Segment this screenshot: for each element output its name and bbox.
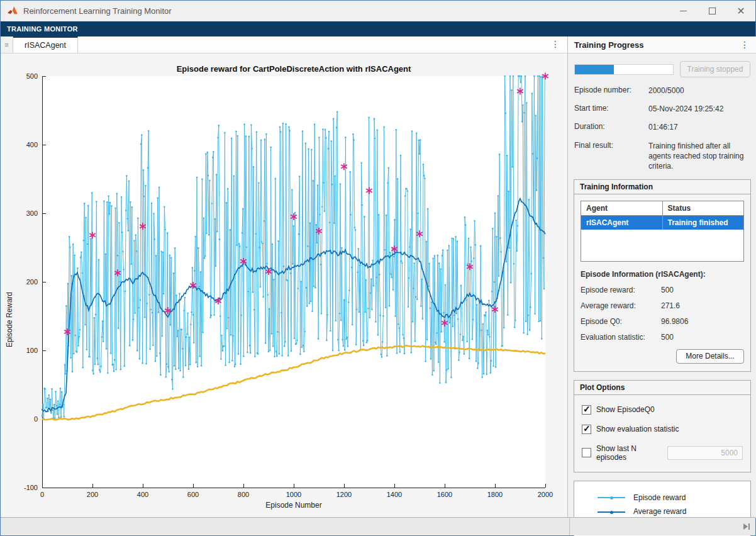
field-final-result: Final result: Training finished after al… xyxy=(574,141,750,172)
average-reward-swatch-icon xyxy=(597,511,626,513)
episode-reward-swatch-icon xyxy=(597,497,626,498)
app-window: Reinforcement Learning Training Monitor … xyxy=(0,0,756,536)
average-reward-row: Average reward: 271.6 xyxy=(581,301,744,310)
evaluation-statistic-row: Evaluation statistic: 500 xyxy=(581,333,744,342)
option-show-episodeq0[interactable]: Show EpisodeQ0 xyxy=(582,405,743,415)
svg-text:-100: -100 xyxy=(24,484,38,491)
status-bar xyxy=(1,517,755,535)
close-button[interactable]: ✕ xyxy=(726,1,755,21)
duration-value: 01:46:17 xyxy=(648,122,750,132)
progress-fill xyxy=(575,65,614,74)
episode-information-title: Episode Information (rISACAgent): xyxy=(581,270,744,279)
collapse-panel-icon[interactable] xyxy=(743,523,750,530)
episode-reward-value: 500 xyxy=(661,286,674,294)
training-progress-panel: Training stopped Episode number: 2000/50… xyxy=(567,53,756,518)
episode-reward-row: Episode reward: 500 xyxy=(581,286,744,294)
training-stopped-button: Training stopped xyxy=(680,61,750,77)
ribbon-tab-training-monitor[interactable]: TRAINING MONITOR xyxy=(7,25,78,33)
status-cell[interactable]: Training finished xyxy=(662,216,744,230)
field-start-time: Start time: 05-Nov-2024 19:25:42 xyxy=(574,104,750,114)
svg-text:300: 300 xyxy=(26,209,38,217)
drag-grip-icon[interactable]: ≡ xyxy=(1,36,13,53)
svg-text:800: 800 xyxy=(238,491,249,498)
svg-text:100: 100 xyxy=(26,347,38,354)
svg-text:200: 200 xyxy=(26,278,38,286)
training-progress-header: Training Progress ⋮ xyxy=(567,36,756,53)
table-row[interactable]: rISACAgent Training finished xyxy=(581,216,744,230)
svg-text:1200: 1200 xyxy=(336,491,352,498)
window-title: Reinforcement Learning Training Monitor xyxy=(23,6,172,16)
panel-title: Training Progress xyxy=(574,40,644,50)
show-episodeq0-checkbox[interactable] xyxy=(582,405,591,415)
average-reward-value: 271.6 xyxy=(661,301,680,310)
title-bar: Reinforcement Learning Training Monitor … xyxy=(1,1,755,21)
svg-text:400: 400 xyxy=(26,141,38,148)
episode-reward-chart[interactable]: Episode reward for CartPoleDiscreteActio… xyxy=(1,53,567,518)
field-episode-number: Episode number: 2000/5000 xyxy=(574,86,750,96)
episode-number-value: 2000/5000 xyxy=(648,86,750,96)
option-show-last-n-episodes[interactable]: Show last N episodes xyxy=(582,444,743,462)
svg-text:0: 0 xyxy=(40,491,44,498)
show-evaluation-statistic-checkbox[interactable] xyxy=(582,425,591,434)
svg-text:1000: 1000 xyxy=(286,491,301,498)
plot-options-section: Plot Options Show EpisodeQ0 Show evaluat… xyxy=(574,380,751,472)
column-agent[interactable]: Agent xyxy=(581,201,663,216)
svg-text:2000: 2000 xyxy=(538,491,553,498)
agent-cell[interactable]: rISACAgent xyxy=(581,216,663,230)
training-information-title: Training Information xyxy=(574,180,750,194)
legend-episode-reward: Episode reward xyxy=(578,493,747,503)
training-progress-bar xyxy=(574,64,674,75)
tab-strip: ≡ rISACAgent ⋮ xyxy=(1,36,567,53)
svg-text:Episode Number: Episode Number xyxy=(265,501,321,510)
panel-options-kebab-icon[interactable]: ⋮ xyxy=(740,40,749,49)
svg-text:1600: 1600 xyxy=(437,491,452,498)
svg-text:1800: 1800 xyxy=(487,491,503,498)
maximize-button[interactable] xyxy=(698,1,726,21)
svg-text:1400: 1400 xyxy=(387,491,402,498)
training-information-section: Training Information Agent Status rISACA… xyxy=(574,179,751,372)
episode-q0-value: 96.9806 xyxy=(661,317,688,326)
tab-risacagent[interactable]: rISACAgent xyxy=(13,36,78,53)
svg-text:0: 0 xyxy=(34,415,38,423)
minimize-button[interactable] xyxy=(669,1,698,21)
start-time-value: 05-Nov-2024 19:25:42 xyxy=(648,104,750,114)
tab-options-kebab-icon[interactable]: ⋮ xyxy=(551,40,560,48)
final-result-value: Training finished after all agents reach… xyxy=(648,141,750,172)
svg-text:Episode reward for CartPoleDis: Episode reward for CartPoleDiscreteActio… xyxy=(177,64,411,74)
chart-figure: Episode reward for CartPoleDiscreteActio… xyxy=(1,53,567,518)
field-duration: Duration: 01:46:17 xyxy=(574,122,750,132)
svg-text:500: 500 xyxy=(26,72,38,80)
column-status[interactable]: Status xyxy=(662,201,744,216)
ribbon-bar: TRAINING MONITOR xyxy=(1,21,755,36)
evaluation-statistic-value: 500 xyxy=(661,333,674,342)
svg-text:200: 200 xyxy=(87,491,98,498)
episode-q0-row: Episode Q0: 96.9806 xyxy=(581,317,744,326)
agent-status-table[interactable]: Agent Status rISACAgent Training finishe… xyxy=(581,201,744,262)
show-last-n-episodes-checkbox[interactable] xyxy=(582,448,591,457)
matlab-logo-icon xyxy=(7,5,18,16)
last-n-episodes-input[interactable] xyxy=(667,446,743,460)
more-details-button[interactable]: More Details... xyxy=(676,349,744,364)
option-show-evaluation-statistic[interactable]: Show evaluation statistic xyxy=(582,425,743,434)
svg-text:Episode Reward: Episode Reward xyxy=(5,292,14,347)
svg-text:400: 400 xyxy=(137,491,148,498)
svg-text:600: 600 xyxy=(187,491,199,498)
legend-average-reward: Average reward xyxy=(578,507,747,517)
plot-options-title: Plot Options xyxy=(574,381,750,395)
